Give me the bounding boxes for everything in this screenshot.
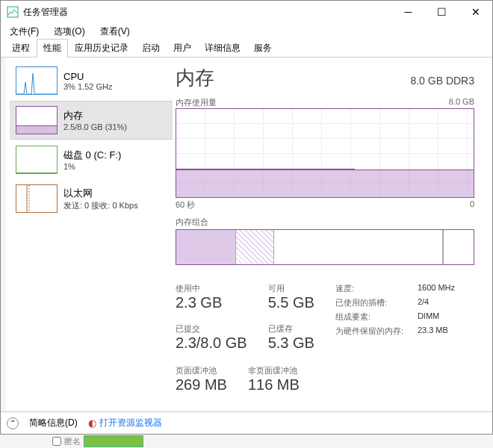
tab-performance[interactable]: 性能 [37, 39, 68, 57]
usage-chart-xleft: 60 秒 [176, 199, 195, 211]
sidebar-ethernet-sub: 发送: 0 接收: 0 Kbps [63, 200, 138, 211]
tab-details[interactable]: 详细信息 [198, 39, 247, 57]
anon-checkbox[interactable] [52, 437, 61, 446]
resource-monitor-icon: ◐ [88, 417, 96, 429]
usage-chart-max: 8.0 GB [449, 97, 474, 108]
sidebar: CPU 3% 1.52 GHz 内存 2.5/8.0 GB (31%) [1, 57, 173, 411]
sidebar-item-memory[interactable]: 内存 2.5/8.0 GB (31%) [10, 101, 173, 140]
external-bottom-bar: 匿名 [0, 435, 493, 448]
fewer-details-toggle[interactable]: ⌃ [7, 417, 19, 429]
tabs: 进程 性能 应用历史记录 启动 用户 详细信息 服务 [1, 40, 492, 57]
stat-paged: 页面缓冲池 269 MB [176, 365, 227, 393]
sidebar-item-cpu[interactable]: CPU 3% 1.52 GHz [10, 62, 173, 99]
menu-view[interactable]: 查看(V) [94, 24, 136, 40]
stats-row: 使用中 2.3 GB 已提交 2.3/8.0 GB 可用 5.5 GB 已缓存 [176, 283, 474, 352]
maximize-button[interactable]: ☐ [425, 1, 459, 23]
stat-available: 可用 5.5 GB [268, 283, 314, 311]
window-controls: ─ ☐ ✕ [391, 1, 492, 23]
sidebar-item-disk[interactable]: 磁盘 0 (C: F:) 1% [10, 141, 173, 178]
stat-cached: 已缓存 5.3 GB [268, 323, 314, 352]
tab-users[interactable]: 用户 [167, 39, 198, 57]
usage-chart [176, 108, 474, 198]
stat-committed: 已提交 2.3/8.0 GB [176, 323, 247, 352]
menu-options[interactable]: 选项(O) [48, 24, 90, 40]
menu-file[interactable]: 文件(F) [4, 24, 45, 40]
footer: ⌃ 简略信息(D) ◐ 打开资源监视器 [1, 411, 492, 434]
stats-row-2: 页面缓冲池 269 MB 非页面缓冲池 116 MB [176, 365, 474, 393]
open-resource-monitor[interactable]: ◐ 打开资源监视器 [88, 417, 162, 429]
tab-processes[interactable]: 进程 [5, 39, 37, 57]
tab-services[interactable]: 服务 [247, 39, 279, 57]
composition-chart-block: 内存组合 [176, 217, 474, 265]
titlebar: 任务管理器 ─ ☐ ✕ [1, 1, 492, 23]
composition-label: 内存组合 [176, 217, 208, 228]
tab-app-history[interactable]: 应用历史记录 [68, 39, 135, 57]
fewer-details-label[interactable]: 简略信息(D) [29, 417, 78, 429]
sidebar-ethernet-title: 以太网 [63, 187, 138, 200]
sidebar-memory-sub: 2.5/8.0 GB (31%) [63, 122, 127, 131]
sidebar-cpu-title: CPU [63, 71, 112, 82]
menubar: 文件(F) 选项(O) 查看(V) [1, 23, 492, 40]
cpu-thumb [16, 66, 58, 95]
stat-in-use: 使用中 2.3 GB [176, 283, 247, 311]
window-title: 任务管理器 [23, 6, 391, 19]
usage-chart-xright: 0 [470, 199, 474, 211]
usage-chart-label: 内存使用量 [176, 97, 217, 108]
sidebar-memory-title: 内存 [63, 109, 127, 122]
composition-chart [176, 229, 474, 265]
sidebar-disk-sub: 1% [63, 162, 121, 171]
green-button[interactable] [84, 435, 143, 447]
anon-label: 匿名 [64, 436, 81, 447]
task-manager-window: 任务管理器 ─ ☐ ✕ 文件(F) 选项(O) 查看(V) 进程 性能 应用历史… [0, 0, 493, 435]
detail-capacity: 8.0 GB DDR3 [410, 75, 474, 87]
usage-chart-block: 内存使用量 8.0 GB 60 秒 0 [176, 97, 474, 211]
close-button[interactable]: ✕ [459, 1, 492, 23]
sidebar-cpu-sub: 3% 1.52 GHz [63, 82, 112, 91]
sidebar-item-ethernet[interactable]: 以太网 发送: 0 接收: 0 Kbps [10, 180, 173, 217]
memory-thumb [16, 106, 58, 134]
detail-header: 内存 8.0 GB DDR3 [176, 65, 474, 91]
tab-startup[interactable]: 启动 [135, 39, 167, 57]
sidebar-disk-title: 磁盘 0 (C: F:) [63, 149, 121, 162]
stat-nonpaged: 非页面缓冲池 116 MB [248, 365, 300, 393]
disk-thumb [16, 146, 58, 174]
detail-pane: 内存 8.0 GB DDR3 内存使用量 8.0 GB 60 秒 0 内存组 [173, 57, 492, 411]
body: CPU 3% 1.52 GHz 内存 2.5/8.0 GB (31%) [1, 57, 492, 411]
memory-meta: 速度:1600 MHz 已使用的插槽:2/4 组成要素:DIMM 为硬件保留的内… [335, 283, 455, 352]
app-icon [7, 6, 19, 18]
detail-title: 内存 [176, 65, 214, 91]
minimize-button[interactable]: ─ [391, 1, 425, 23]
ethernet-thumb [16, 184, 58, 213]
